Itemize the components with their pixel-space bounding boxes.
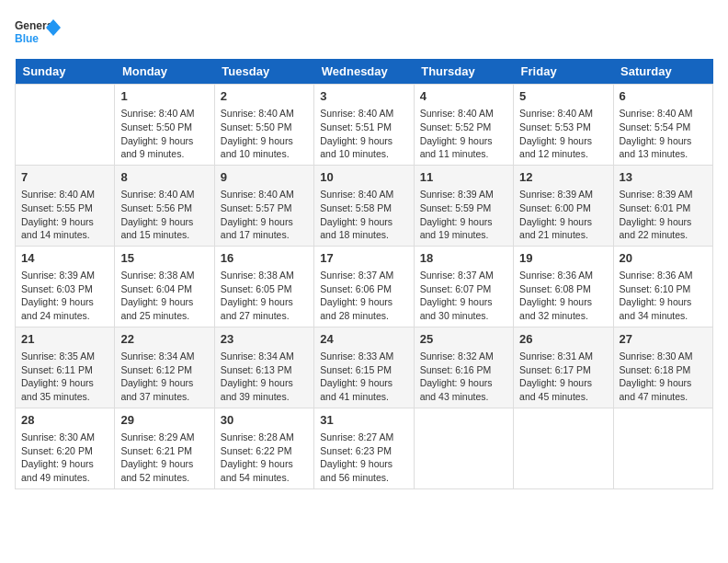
calendar-cell: 23Sunrise: 8:34 AM Sunset: 6:13 PM Dayli… <box>214 327 313 408</box>
calendar-cell: 12Sunrise: 8:39 AM Sunset: 6:00 PM Dayli… <box>514 165 613 246</box>
calendar-cell: 1Sunrise: 8:40 AM Sunset: 5:50 PM Daylig… <box>115 85 214 166</box>
day-info: Sunrise: 8:40 AM Sunset: 5:53 PM Dayligh… <box>519 107 607 161</box>
day-number: 24 <box>320 331 407 348</box>
calendar-cell <box>16 85 115 166</box>
day-number: 21 <box>21 331 108 348</box>
day-info: Sunrise: 8:39 AM Sunset: 5:59 PM Dayligh… <box>420 188 507 242</box>
day-number: 9 <box>221 169 308 186</box>
calendar-cell: 19Sunrise: 8:36 AM Sunset: 6:08 PM Dayli… <box>514 246 613 327</box>
calendar-cell: 14Sunrise: 8:39 AM Sunset: 6:03 PM Dayli… <box>16 246 115 327</box>
header-monday: Monday <box>115 59 214 85</box>
day-info: Sunrise: 8:34 AM Sunset: 6:13 PM Dayligh… <box>221 350 308 404</box>
header-saturday: Saturday <box>613 59 712 85</box>
calendar-cell: 24Sunrise: 8:33 AM Sunset: 6:15 PM Dayli… <box>314 327 414 408</box>
day-info: Sunrise: 8:40 AM Sunset: 5:50 PM Dayligh… <box>120 107 208 161</box>
day-number: 7 <box>21 169 108 186</box>
page-header: General Blue <box>15 15 713 52</box>
calendar-cell: 17Sunrise: 8:37 AM Sunset: 6:06 PM Dayli… <box>314 246 414 327</box>
day-info: Sunrise: 8:40 AM Sunset: 5:56 PM Dayligh… <box>120 188 208 242</box>
day-number: 3 <box>320 88 407 105</box>
day-info: Sunrise: 8:40 AM Sunset: 5:54 PM Dayligh… <box>620 107 707 161</box>
day-number: 17 <box>320 250 407 267</box>
calendar-week-4: 21Sunrise: 8:35 AM Sunset: 6:11 PM Dayli… <box>16 327 713 408</box>
calendar-cell <box>414 408 513 488</box>
day-info: Sunrise: 8:40 AM Sunset: 5:51 PM Dayligh… <box>320 107 407 161</box>
day-number: 27 <box>620 331 707 348</box>
calendar-cell: 3Sunrise: 8:40 AM Sunset: 5:51 PM Daylig… <box>314 85 414 166</box>
day-number: 14 <box>21 250 108 267</box>
day-info: Sunrise: 8:34 AM Sunset: 6:12 PM Dayligh… <box>120 350 208 404</box>
day-info: Sunrise: 8:30 AM Sunset: 6:20 PM Dayligh… <box>21 431 108 485</box>
day-info: Sunrise: 8:36 AM Sunset: 6:10 PM Dayligh… <box>620 269 707 323</box>
calendar-week-1: 1Sunrise: 8:40 AM Sunset: 5:50 PM Daylig… <box>16 85 713 166</box>
day-number: 31 <box>320 412 407 429</box>
calendar-cell: 29Sunrise: 8:29 AM Sunset: 6:21 PM Dayli… <box>115 408 214 488</box>
day-info: Sunrise: 8:32 AM Sunset: 6:16 PM Dayligh… <box>420 350 507 404</box>
calendar-table: SundayMondayTuesdayWednesdayThursdayFrid… <box>15 59 713 489</box>
day-info: Sunrise: 8:38 AM Sunset: 6:05 PM Dayligh… <box>221 269 308 323</box>
day-number: 6 <box>620 88 707 105</box>
day-number: 18 <box>420 250 507 267</box>
day-info: Sunrise: 8:29 AM Sunset: 6:21 PM Dayligh… <box>120 431 208 485</box>
svg-text:Blue: Blue <box>15 32 39 45</box>
day-number: 10 <box>320 169 407 186</box>
day-info: Sunrise: 8:39 AM Sunset: 6:01 PM Dayligh… <box>620 188 707 242</box>
header-wednesday: Wednesday <box>314 59 414 85</box>
day-number: 28 <box>21 412 108 429</box>
day-number: 22 <box>120 331 208 348</box>
calendar-cell: 6Sunrise: 8:40 AM Sunset: 5:54 PM Daylig… <box>613 85 712 166</box>
day-info: Sunrise: 8:39 AM Sunset: 6:03 PM Dayligh… <box>21 269 108 323</box>
calendar-week-2: 7Sunrise: 8:40 AM Sunset: 5:55 PM Daylig… <box>16 165 713 246</box>
day-number: 23 <box>221 331 308 348</box>
day-info: Sunrise: 8:39 AM Sunset: 6:00 PM Dayligh… <box>519 188 607 242</box>
day-number: 25 <box>420 331 507 348</box>
calendar-cell: 30Sunrise: 8:28 AM Sunset: 6:22 PM Dayli… <box>214 408 313 488</box>
calendar-cell: 31Sunrise: 8:27 AM Sunset: 6:23 PM Dayli… <box>314 408 414 488</box>
day-number: 26 <box>519 331 607 348</box>
day-info: Sunrise: 8:33 AM Sunset: 6:15 PM Dayligh… <box>320 350 407 404</box>
calendar-cell: 26Sunrise: 8:31 AM Sunset: 6:17 PM Dayli… <box>514 327 613 408</box>
calendar-cell: 2Sunrise: 8:40 AM Sunset: 5:50 PM Daylig… <box>214 85 313 166</box>
day-info: Sunrise: 8:38 AM Sunset: 6:04 PM Dayligh… <box>120 269 208 323</box>
header-friday: Friday <box>514 59 613 85</box>
day-number: 20 <box>620 250 707 267</box>
header-thursday: Thursday <box>414 59 513 85</box>
calendar-cell: 15Sunrise: 8:38 AM Sunset: 6:04 PM Dayli… <box>115 246 214 327</box>
day-info: Sunrise: 8:36 AM Sunset: 6:08 PM Dayligh… <box>519 269 607 323</box>
logo-svg: General Blue <box>15 15 61 52</box>
day-number: 29 <box>120 412 208 429</box>
calendar-cell: 11Sunrise: 8:39 AM Sunset: 5:59 PM Dayli… <box>414 165 513 246</box>
day-info: Sunrise: 8:40 AM Sunset: 5:57 PM Dayligh… <box>221 188 308 242</box>
day-number: 5 <box>519 88 607 105</box>
calendar-cell: 9Sunrise: 8:40 AM Sunset: 5:57 PM Daylig… <box>214 165 313 246</box>
day-info: Sunrise: 8:35 AM Sunset: 6:11 PM Dayligh… <box>21 350 108 404</box>
header-sunday: Sunday <box>16 59 115 85</box>
calendar-cell: 16Sunrise: 8:38 AM Sunset: 6:05 PM Dayli… <box>214 246 313 327</box>
calendar-cell: 8Sunrise: 8:40 AM Sunset: 5:56 PM Daylig… <box>115 165 214 246</box>
header-tuesday: Tuesday <box>214 59 313 85</box>
calendar-cell: 5Sunrise: 8:40 AM Sunset: 5:53 PM Daylig… <box>514 85 613 166</box>
calendar-cell: 18Sunrise: 8:37 AM Sunset: 6:07 PM Dayli… <box>414 246 513 327</box>
day-number: 8 <box>120 169 208 186</box>
calendar-cell: 28Sunrise: 8:30 AM Sunset: 6:20 PM Dayli… <box>16 408 115 488</box>
day-number: 16 <box>221 250 308 267</box>
day-number: 1 <box>120 88 208 105</box>
day-number: 13 <box>620 169 707 186</box>
day-number: 11 <box>420 169 507 186</box>
day-info: Sunrise: 8:31 AM Sunset: 6:17 PM Dayligh… <box>519 350 607 404</box>
calendar-week-5: 28Sunrise: 8:30 AM Sunset: 6:20 PM Dayli… <box>16 408 713 488</box>
day-info: Sunrise: 8:40 AM Sunset: 5:55 PM Dayligh… <box>21 188 108 242</box>
calendar-cell: 22Sunrise: 8:34 AM Sunset: 6:12 PM Dayli… <box>115 327 214 408</box>
day-info: Sunrise: 8:40 AM Sunset: 5:52 PM Dayligh… <box>420 107 507 161</box>
calendar-cell: 27Sunrise: 8:30 AM Sunset: 6:18 PM Dayli… <box>613 327 712 408</box>
day-info: Sunrise: 8:30 AM Sunset: 6:18 PM Dayligh… <box>620 350 707 404</box>
calendar-cell: 13Sunrise: 8:39 AM Sunset: 6:01 PM Dayli… <box>613 165 712 246</box>
calendar-cell: 20Sunrise: 8:36 AM Sunset: 6:10 PM Dayli… <box>613 246 712 327</box>
day-number: 2 <box>221 88 308 105</box>
day-number: 12 <box>519 169 607 186</box>
day-info: Sunrise: 8:27 AM Sunset: 6:23 PM Dayligh… <box>320 431 407 485</box>
calendar-cell <box>613 408 712 488</box>
calendar-cell: 7Sunrise: 8:40 AM Sunset: 5:55 PM Daylig… <box>16 165 115 246</box>
day-number: 4 <box>420 88 507 105</box>
calendar-cell: 4Sunrise: 8:40 AM Sunset: 5:52 PM Daylig… <box>414 85 513 166</box>
